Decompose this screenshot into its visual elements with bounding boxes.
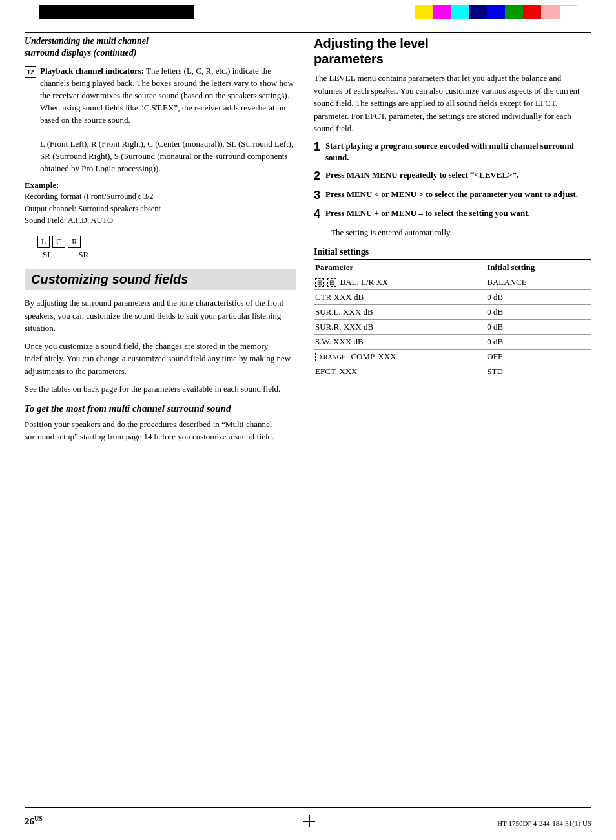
page-content: Understanding the multi channel surround… bbox=[25, 36, 591, 804]
speaker-top-row: L C R bbox=[37, 236, 296, 248]
speaker-SL: SL bbox=[43, 249, 52, 260]
item-12: 12 Playback channel indicators: The lett… bbox=[25, 65, 296, 175]
step-3-num: 3 bbox=[314, 189, 320, 203]
step-4-text: Press MENU + or MENU – to select the set… bbox=[325, 207, 530, 220]
step-4: 4 Press MENU + or MENU – to select the s… bbox=[314, 207, 591, 222]
step-1-text: Start playing a program source encoded w… bbox=[325, 140, 591, 165]
step-3-text: Press MENU < or MENU > to select the par… bbox=[325, 189, 578, 201]
param-surr: SUR.R. XXX dB bbox=[314, 319, 486, 334]
table-title: Initial settings bbox=[314, 247, 591, 260]
param-drange: D.RANGE COMP. XXX bbox=[314, 349, 486, 364]
item-12-label: Playback channel indicators: bbox=[40, 66, 144, 76]
left-column: Understanding the multi channel surround… bbox=[25, 36, 296, 804]
corner-mark-tr bbox=[599, 8, 608, 17]
setting-surr: 0 dB bbox=[486, 319, 591, 334]
right-intro: The LEVEL menu contains parameters that … bbox=[314, 72, 591, 135]
speaker-R: R bbox=[68, 236, 81, 248]
footer-code: HT-1750DP 4-244-184-31(1) US bbox=[497, 819, 591, 827]
example-line2: Output channel: Surround speakers absent bbox=[25, 203, 296, 215]
banner-title: Customizing sound fields bbox=[31, 272, 289, 287]
step-2-text: Press MAIN MENU repeatedly to select “<L… bbox=[325, 169, 518, 182]
letter-list: L (Front Left), R (Front Right), C (Cent… bbox=[40, 139, 293, 173]
setting-efct: STD bbox=[486, 364, 591, 379]
step-2-num: 2 bbox=[314, 169, 320, 184]
table-row: CTR XXX dB 0 dB bbox=[314, 289, 591, 304]
corner-mark-br bbox=[599, 823, 608, 832]
table-header-row: Parameter Initial setting bbox=[314, 260, 591, 275]
setting-bal: BALANCE bbox=[486, 275, 591, 289]
drange-icon: D.RANGE bbox=[315, 353, 347, 361]
table-row: EFCT. XXX STD bbox=[314, 364, 591, 379]
example-label: Example: bbox=[25, 180, 59, 190]
step-1: 1 Start playing a program source encoded… bbox=[314, 140, 591, 165]
step-3: 3 Press MENU < or MENU > to select the p… bbox=[314, 189, 591, 203]
settings-table: Parameter Initial setting ⊞ ⊟ BAL. L/R X… bbox=[314, 260, 591, 379]
corner-mark-bl bbox=[8, 823, 17, 832]
bal-icon1: ⊞ bbox=[315, 278, 324, 287]
table-row: S.W. XXX dB 0 dB bbox=[314, 334, 591, 349]
example-line3: Sound Field: A.F.D. AUTO bbox=[25, 215, 296, 227]
setting-drange: OFF bbox=[486, 349, 591, 364]
customizing-para1: By adjusting the surround parameters and… bbox=[25, 297, 296, 335]
col-header-parameter: Parameter bbox=[314, 260, 486, 275]
speaker-L: L bbox=[37, 236, 50, 248]
bottom-rule bbox=[25, 807, 591, 808]
page-footer: 26US HT-1750DP 4-244-184-31(1) US bbox=[25, 815, 591, 827]
item-12-content: Playback channel indicators: The letters… bbox=[40, 65, 296, 175]
two-columns: Understanding the multi channel surround… bbox=[25, 36, 591, 804]
table-row: SUR.R. XXX dB 0 dB bbox=[314, 319, 591, 334]
customizing-para3: See the tables on back page for the para… bbox=[25, 383, 296, 395]
table-row: D.RANGE COMP. XXX OFF bbox=[314, 349, 591, 364]
customizing-banner: Customizing sound fields bbox=[25, 269, 296, 290]
speaker-bottom-row: SL SR bbox=[43, 249, 296, 260]
table-row: SUR.L. XXX dB 0 dB bbox=[314, 304, 591, 319]
top-rule bbox=[25, 32, 591, 33]
example-line1: Recording format (Front/Surround): 3/2 bbox=[25, 191, 296, 203]
subsection-para: Position your speakers and do the proced… bbox=[25, 418, 296, 443]
step-4-num: 4 bbox=[314, 207, 320, 222]
speaker-SR: SR bbox=[78, 249, 88, 260]
setting-sw: 0 dB bbox=[486, 334, 591, 349]
bal-icon2: ⊟ bbox=[327, 278, 336, 287]
item-12-number: 12 bbox=[25, 66, 36, 78]
param-bal: ⊞ ⊟ BAL. L/R XX bbox=[314, 275, 486, 289]
subsection-title: To get the most from multi channel surro… bbox=[25, 403, 296, 414]
section-title: Understanding the multi channel surround… bbox=[25, 36, 296, 59]
page-number: 26US bbox=[25, 815, 43, 827]
table-body: ⊞ ⊟ BAL. L/R XX BALANCE CTR XXX dB 0 dB … bbox=[314, 275, 591, 379]
right-section-title: Adjusting the level parameters bbox=[314, 36, 591, 67]
param-efct: EFCT. XXX bbox=[314, 364, 486, 379]
step-4-note: The setting is entered automatically. bbox=[331, 227, 591, 239]
param-sw: S.W. XXX dB bbox=[314, 334, 486, 349]
setting-surl: 0 dB bbox=[486, 304, 591, 319]
setting-ctr: 0 dB bbox=[486, 289, 591, 304]
param-ctr: CTR XXX dB bbox=[314, 289, 486, 304]
param-surl: SUR.L. XXX dB bbox=[314, 304, 486, 319]
example-section: Example: Recording format (Front/Surroun… bbox=[25, 180, 296, 227]
col-header-setting: Initial setting bbox=[486, 260, 591, 275]
speaker-C: C bbox=[52, 236, 65, 248]
step-1-num: 1 bbox=[314, 140, 320, 154]
right-column: Adjusting the level parameters The LEVEL… bbox=[314, 36, 591, 804]
reg-mark-top bbox=[310, 13, 322, 25]
color-bar bbox=[415, 5, 577, 19]
customizing-para2: Once you customize a sound field, the ch… bbox=[25, 340, 296, 378]
table-row: ⊞ ⊟ BAL. L/R XX BALANCE bbox=[314, 275, 591, 289]
black-bar bbox=[39, 5, 194, 19]
corner-mark-tl bbox=[8, 8, 17, 17]
speaker-diagram: L C R SL SR bbox=[37, 236, 296, 260]
step-2: 2 Press MAIN MENU repeatedly to select “… bbox=[314, 169, 591, 184]
